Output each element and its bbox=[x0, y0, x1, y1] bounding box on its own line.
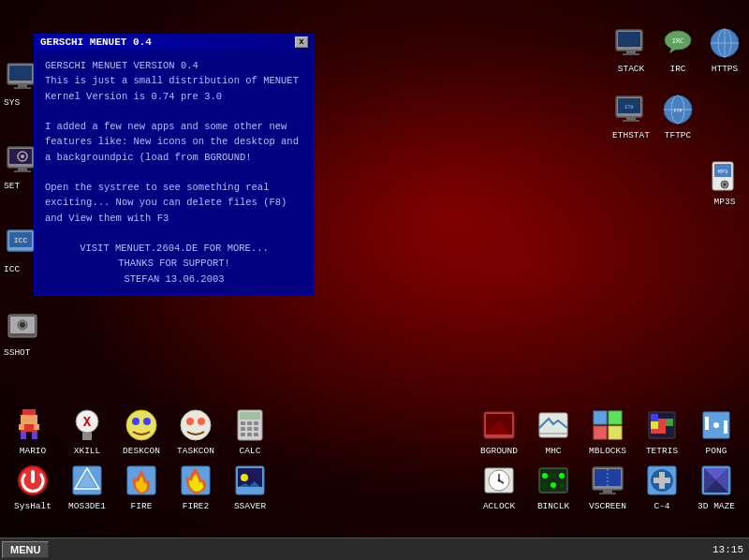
icon-tetris[interactable]: TETRIS bbox=[635, 405, 689, 458]
svg-point-54 bbox=[132, 418, 140, 425]
svg-rect-77 bbox=[609, 426, 622, 439]
svg-rect-84 bbox=[651, 421, 658, 429]
svg-point-109 bbox=[551, 482, 556, 488]
svg-rect-65 bbox=[247, 427, 252, 431]
svg-point-103 bbox=[498, 479, 501, 482]
sidebar-item-sshot[interactable]: SSHOT bbox=[0, 306, 43, 360]
dialog-line-10: VISIT MENUET.2604.DE FOR MORE... bbox=[45, 241, 303, 256]
icon-irc[interactable]: IRC IRC bbox=[657, 22, 698, 76]
icon-aclock[interactable]: ACLOCK bbox=[472, 460, 526, 513]
pong-icon bbox=[698, 406, 735, 444]
dialog-line-9: and View them with F3 bbox=[45, 211, 303, 226]
sshot-icon bbox=[4, 308, 41, 346]
svg-rect-80 bbox=[658, 426, 666, 434]
c4-label: C-4 bbox=[654, 501, 669, 511]
svg-rect-44 bbox=[32, 419, 36, 422]
dialog-line-5: features like: New icons on the desktop … bbox=[45, 134, 303, 149]
dialog-close-button[interactable]: x bbox=[295, 37, 308, 48]
icon-mp3s[interactable]: MP3 MP3S bbox=[704, 155, 745, 209]
icon-bground[interactable]: BGROUND bbox=[472, 405, 526, 458]
icon-vscreen[interactable]: VSCREEN bbox=[580, 460, 635, 513]
icon-ssaver[interactable]: SSAVER bbox=[223, 460, 277, 513]
svg-rect-75 bbox=[609, 411, 622, 424]
xkill-label: XKILL bbox=[74, 446, 101, 456]
svg-rect-86 bbox=[705, 417, 709, 430]
mp3s-icon: MP3 bbox=[706, 157, 743, 195]
icon-fire2[interactable]: FIRE2 bbox=[169, 460, 223, 513]
maze3d-icon bbox=[698, 462, 735, 499]
svg-rect-83 bbox=[651, 414, 658, 421]
icon-mario[interactable]: MARIO bbox=[6, 405, 60, 458]
icon-pong[interactable]: PONG bbox=[689, 405, 743, 458]
svg-rect-67 bbox=[241, 433, 245, 436]
svg-point-107 bbox=[559, 473, 565, 479]
tftpc-label: TFTPC bbox=[665, 130, 692, 140]
svg-rect-87 bbox=[724, 420, 727, 434]
icon-tftpc[interactable]: FTP TFTPC bbox=[657, 89, 698, 142]
dialog-line-7: Open the systree to see something real bbox=[45, 180, 303, 195]
icon-mhc[interactable]: MHC bbox=[526, 405, 580, 458]
svg-point-88 bbox=[713, 422, 719, 428]
dialog-line-8: exciting... Now you can delete files (F8… bbox=[45, 195, 303, 210]
taskcon-icon bbox=[177, 406, 214, 444]
taskcon-label: TASKCON bbox=[177, 446, 214, 456]
mblocks-icon bbox=[589, 406, 626, 444]
icon-fire[interactable]: FIRE bbox=[114, 460, 169, 513]
dialog-line-4: I added a few new apps and some other ne… bbox=[45, 119, 303, 134]
svg-point-57 bbox=[186, 418, 194, 425]
mario-icon bbox=[14, 406, 51, 444]
icon-calc[interactable]: CALC bbox=[223, 405, 277, 458]
svg-rect-69 bbox=[254, 433, 258, 436]
mhc-icon bbox=[535, 406, 572, 444]
icon-deskcon[interactable]: DESKCON bbox=[114, 405, 169, 458]
binclk-label: BINCLK bbox=[537, 501, 569, 511]
icon-syshalt[interactable]: SysHalt bbox=[6, 460, 60, 513]
taskbar: MENU 13:15 bbox=[0, 538, 749, 560]
fire-icon bbox=[123, 462, 160, 499]
icon-taskcon[interactable]: TASKCON bbox=[169, 405, 223, 458]
svg-point-108 bbox=[542, 482, 548, 488]
svg-text:MP3: MP3 bbox=[718, 169, 728, 175]
icon-stack[interactable]: STACK bbox=[610, 22, 652, 76]
irc-icon: IRC bbox=[659, 24, 697, 62]
svg-rect-47 bbox=[34, 424, 39, 430]
fire2-icon bbox=[177, 462, 214, 499]
svg-rect-82 bbox=[666, 419, 673, 426]
ssaver-icon bbox=[231, 462, 269, 499]
svg-rect-46 bbox=[19, 424, 24, 430]
svg-rect-64 bbox=[241, 427, 245, 431]
https-icon bbox=[706, 24, 743, 62]
svg-rect-52 bbox=[82, 433, 92, 440]
aclock-label: ACLOCK bbox=[483, 501, 515, 511]
binclk-icon bbox=[535, 462, 572, 499]
svg-rect-62 bbox=[247, 421, 252, 425]
mhc-label: MHC bbox=[545, 446, 561, 456]
svg-rect-49 bbox=[32, 432, 37, 439]
icon-mblocks[interactable]: MBLOCKS bbox=[580, 405, 635, 458]
svg-point-39 bbox=[724, 184, 727, 186]
svg-point-9 bbox=[21, 155, 24, 158]
svg-point-58 bbox=[198, 418, 205, 425]
svg-point-106 bbox=[551, 473, 556, 479]
svg-text:IRC: IRC bbox=[672, 37, 684, 45]
taskbar-clock: 13:15 bbox=[712, 544, 743, 555]
sshot-label: SSHOT bbox=[4, 347, 31, 358]
taskbar-menu-button[interactable]: MENU bbox=[2, 541, 49, 558]
svg-rect-43 bbox=[22, 419, 26, 422]
ethstat-icon: ETH bbox=[612, 91, 650, 128]
tftpc-icon: FTP bbox=[659, 91, 697, 128]
deskcon-icon bbox=[123, 406, 160, 444]
set-label: SET bbox=[4, 181, 20, 191]
icon-xkill[interactable]: X XKILL bbox=[60, 405, 114, 458]
icon-3dmaze[interactable]: 3D MAZE bbox=[689, 460, 743, 513]
calc-label: CALC bbox=[240, 446, 261, 456]
dialog-content: GERSCHI MENUET VERSION 0.4 This is just … bbox=[36, 51, 313, 294]
icon-ethstat[interactable]: ETH ETHSTAT bbox=[610, 89, 652, 142]
icon-c4[interactable]: C-4 bbox=[635, 460, 689, 513]
icon-binclk[interactable]: BINCLK bbox=[526, 460, 580, 513]
vscreen-label: VSCREEN bbox=[589, 501, 626, 511]
icon-mos3de1[interactable]: MOS3DE1 bbox=[60, 460, 114, 513]
syshalt-icon bbox=[14, 462, 51, 499]
dialog-title: GERSCHI MENUET 0.4 bbox=[40, 37, 152, 48]
icon-https[interactable]: HTTPS bbox=[704, 22, 745, 76]
